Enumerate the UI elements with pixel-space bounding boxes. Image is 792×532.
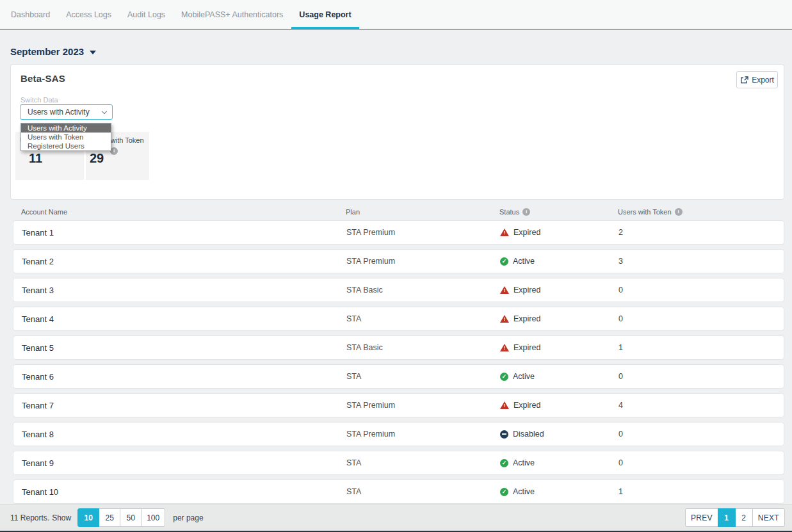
column-header-account-name: Account Name: [21, 208, 346, 216]
users-with-token-count: 3: [618, 257, 784, 266]
table-row[interactable]: Tenant 3STA BasicExpired0: [13, 278, 784, 302]
page-number-button[interactable]: 2: [735, 508, 753, 527]
status-cell: Expired: [500, 286, 618, 294]
page-size-button[interactable]: 50: [120, 508, 141, 527]
account-name: Tenant 9: [22, 458, 346, 468]
tab-usage-report[interactable]: Usage Report: [299, 0, 351, 29]
users-with-token-count: 1: [618, 343, 784, 352]
prev-page-button[interactable]: PREV: [685, 508, 718, 527]
page-size-button[interactable]: 100: [141, 508, 165, 527]
table-header: Account Name Plan Status i Users with To…: [13, 207, 784, 217]
tab-dashboard[interactable]: Dashboard: [11, 0, 50, 29]
page-number-button[interactable]: 1: [718, 508, 736, 527]
status-active-icon: [500, 257, 508, 266]
status-expired-icon: [500, 401, 509, 409]
users-with-token-count: 2: [618, 228, 784, 237]
stat-card-value: 29: [90, 151, 104, 166]
plan: STA: [346, 372, 500, 381]
status-disabled-icon: [500, 430, 508, 439]
status-active-icon: [500, 488, 508, 496]
plan: STA Premium: [346, 430, 500, 439]
account-name: Tenant 3: [22, 286, 346, 295]
period-label: September 2023: [10, 46, 84, 57]
users-with-token-count: 0: [618, 430, 784, 439]
info-icon[interactable]: i: [675, 208, 683, 216]
panel-title: Beta-SAS: [20, 73, 65, 84]
status-text: Expired: [513, 343, 540, 352]
table-row[interactable]: Tenant 10STAActive1: [13, 480, 784, 504]
status-active-icon: [500, 373, 508, 381]
status-cell: Active: [500, 372, 618, 381]
tab-audit-logs[interactable]: Audit Logs: [127, 0, 165, 29]
status-expired-icon: [500, 286, 509, 294]
table-row[interactable]: Tenant 7STA PremiumExpired4: [13, 393, 784, 417]
period-selector[interactable]: September 2023: [10, 46, 96, 57]
table-row[interactable]: Tenant 2STA PremiumActive3: [13, 249, 784, 273]
column-label: Status: [499, 208, 519, 216]
plan: STA: [346, 314, 500, 323]
switch-data-option[interactable]: Registered Users: [21, 141, 111, 150]
table-row[interactable]: Tenant 4STAExpired0: [13, 307, 784, 331]
plan: STA Premium: [346, 228, 500, 237]
status-text: Expired: [513, 228, 540, 237]
table-row[interactable]: Tenant 9STAActive0: [13, 451, 784, 475]
export-icon: [740, 76, 748, 84]
next-page-button[interactable]: NEXT: [752, 508, 785, 527]
switch-data-option[interactable]: Users with Token: [21, 133, 111, 141]
switch-data-select[interactable]: Users with Activity: [20, 104, 113, 120]
status-cell: Disabled: [500, 430, 618, 439]
users-with-token-count: 0: [618, 286, 784, 294]
export-button[interactable]: Export: [736, 71, 778, 88]
status-cell: Active: [500, 487, 618, 496]
table-row[interactable]: Tenant 1STA PremiumExpired2: [13, 220, 784, 245]
users-with-token-count: 4: [618, 401, 784, 410]
status-active-icon: [500, 459, 508, 467]
plan: STA Premium: [346, 401, 500, 410]
status-expired-icon: [500, 315, 509, 323]
users-with-token-count: 0: [618, 372, 784, 381]
chevron-down-icon: [90, 51, 96, 54]
account-name: Tenant 10: [22, 487, 346, 497]
page-size-button[interactable]: 10: [77, 508, 99, 527]
table-row[interactable]: Tenant 5STA BasicExpired1: [13, 335, 784, 360]
export-label: Export: [752, 76, 774, 85]
status-cell: Expired: [500, 314, 618, 323]
status-text: Active: [513, 372, 535, 381]
switch-data-option[interactable]: Users with Activity: [21, 124, 111, 133]
show-label: Show: [52, 513, 71, 522]
tab-mobilepass-authenticators[interactable]: MobilePASS+ Authenticators: [181, 0, 283, 29]
report-panel: Beta-SAS Export Switch Data Users with A…: [10, 64, 784, 200]
chevron-down-icon: [102, 109, 107, 114]
table-body: Tenant 1STA PremiumExpired2Tenant 2STA P…: [13, 220, 784, 508]
nav-tabs: Dashboard Access Logs Audit Logs MobileP…: [0, 0, 792, 29]
column-header-status: Status i: [499, 208, 618, 216]
column-header-users-with-token: Users with Token i: [618, 208, 784, 216]
status-cell: Active: [500, 257, 618, 266]
status-cell: Active: [500, 458, 618, 467]
top-nav: Dashboard Access Logs Audit Logs MobileP…: [0, 0, 792, 29]
plan: STA Premium: [346, 257, 500, 266]
page-size-button[interactable]: 25: [99, 508, 120, 527]
account-name: Tenant 8: [22, 430, 346, 439]
users-with-token-count: 1: [618, 487, 784, 496]
info-icon[interactable]: i: [522, 208, 530, 216]
status-text: Expired: [513, 401, 540, 410]
table-row[interactable]: Tenant 6STAActive0: [13, 364, 784, 389]
table-row[interactable]: Tenant 8STA PremiumDisabled0: [13, 422, 784, 446]
status-expired-icon: [500, 344, 509, 351]
status-cell: Expired: [500, 401, 618, 410]
page-size-group: 102550100: [77, 508, 165, 527]
account-name: Tenant 5: [22, 343, 346, 353]
account-name: Tenant 6: [22, 372, 346, 382]
switch-data-label: Switch Data: [20, 96, 58, 104]
plan: STA: [346, 487, 500, 496]
status-expired-icon: [500, 229, 509, 236]
column-label: Users with Token: [618, 208, 672, 216]
account-name: Tenant 7: [22, 401, 346, 410]
status-text: Disabled: [513, 430, 544, 439]
switch-data-listbox: Users with ActivityUsers with TokenRegis…: [20, 123, 111, 151]
status-text: Active: [513, 458, 535, 467]
users-with-token-count: 0: [618, 314, 784, 323]
tab-access-logs[interactable]: Access Logs: [66, 0, 111, 29]
per-page-label: per page: [173, 513, 203, 522]
